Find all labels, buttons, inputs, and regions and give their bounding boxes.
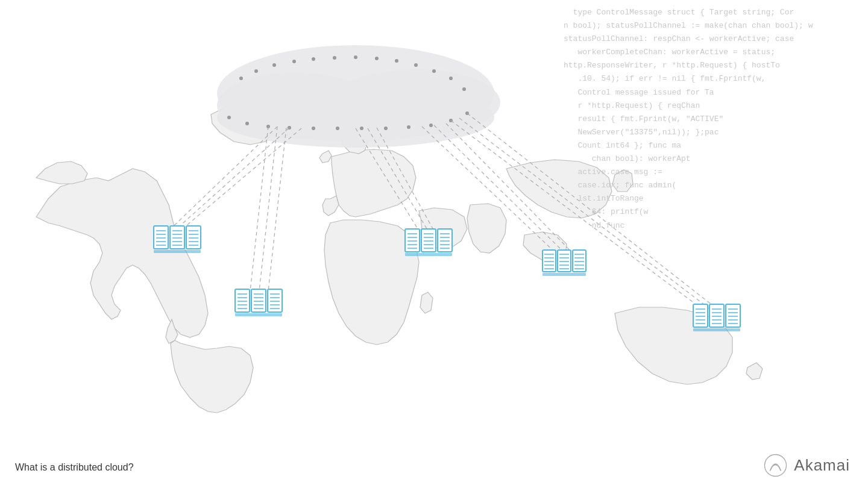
svg-point-24 bbox=[384, 127, 388, 130]
svg-line-29 bbox=[172, 127, 277, 228]
svg-point-11 bbox=[375, 57, 379, 60]
svg-rect-81 bbox=[235, 313, 282, 316]
svg-point-139 bbox=[765, 455, 787, 477]
svg-point-23 bbox=[360, 127, 363, 130]
svg-point-16 bbox=[462, 87, 466, 91]
svg-point-26 bbox=[429, 124, 433, 127]
akamai-logo-icon bbox=[762, 452, 789, 479]
akamai-logo: Akamai bbox=[762, 452, 850, 479]
svg-point-7 bbox=[292, 60, 296, 63]
svg-point-9 bbox=[333, 56, 336, 60]
svg-line-30 bbox=[178, 128, 289, 228]
akamai-logo-text: Akamai bbox=[794, 456, 850, 475]
svg-rect-62 bbox=[154, 250, 201, 253]
svg-point-6 bbox=[272, 63, 276, 67]
svg-point-14 bbox=[432, 69, 436, 73]
svg-point-10 bbox=[354, 55, 357, 59]
svg-point-13 bbox=[414, 63, 418, 67]
svg-rect-100 bbox=[405, 253, 452, 256]
svg-line-32 bbox=[250, 127, 268, 291]
server-cluster-asia-pacific bbox=[693, 304, 740, 331]
svg-point-22 bbox=[336, 127, 339, 130]
svg-point-12 bbox=[395, 59, 398, 63]
server-cluster-south-america bbox=[235, 289, 282, 316]
svg-point-8 bbox=[312, 57, 315, 61]
server-cluster-europe bbox=[405, 229, 452, 256]
svg-point-5 bbox=[254, 69, 258, 73]
svg-point-25 bbox=[407, 125, 410, 129]
svg-point-15 bbox=[449, 77, 453, 80]
cloud-shape bbox=[217, 45, 500, 148]
svg-point-18 bbox=[245, 122, 249, 125]
svg-rect-119 bbox=[542, 273, 586, 276]
svg-rect-138 bbox=[693, 328, 740, 331]
page-subtitle: What is a distributed cloud? bbox=[15, 462, 134, 473]
server-cluster-africa bbox=[542, 250, 586, 276]
svg-line-34 bbox=[268, 128, 286, 291]
svg-point-17 bbox=[227, 116, 231, 119]
world-map bbox=[36, 102, 763, 413]
svg-point-3 bbox=[217, 87, 494, 148]
server-cluster-north-america bbox=[154, 226, 201, 253]
svg-point-21 bbox=[312, 127, 315, 130]
svg-point-4 bbox=[239, 77, 243, 80]
